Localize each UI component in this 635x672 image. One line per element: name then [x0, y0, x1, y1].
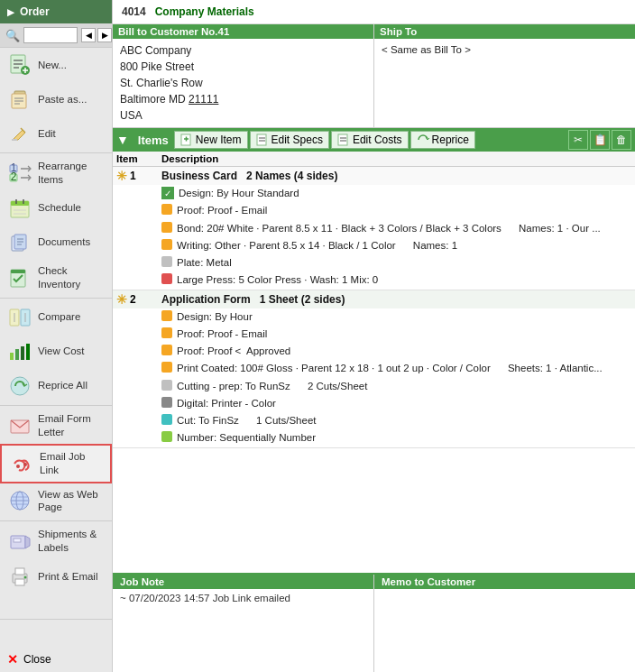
sidebar-item-email-link-label: Email Job Link	[40, 450, 103, 477]
sub-row-1-5: Plate: Metal	[113, 254, 635, 272]
job-note-panel: Job Note ~ 07/20/2023 14:57 Job Link ema…	[113, 575, 374, 672]
sidebar-header: ▶ Order	[0, 0, 112, 23]
sub-row-2-8: Number: Sequentially Number	[113, 429, 635, 446]
sidebar-item-print[interactable]: Print & Email	[0, 559, 112, 594]
svg-point-44	[16, 465, 20, 468]
sidebar-item-paste[interactable]: Paste as...	[0, 82, 112, 116]
bottom-panels: Job Note ~ 07/20/2023 14:57 Job Link ema…	[113, 573, 635, 672]
sidebar-item-compare-label: Compare	[38, 310, 80, 324]
web-icon	[7, 488, 32, 513]
color-dot-1-2	[161, 204, 172, 215]
edit-costs-button[interactable]: Edit Costs	[331, 131, 409, 149]
edit-costs-icon	[337, 133, 350, 146]
edit-specs-icon	[256, 133, 269, 146]
search-icon: 🔍	[5, 29, 20, 42]
star-icon-2: ✳	[116, 292, 127, 307]
sidebar-item-view-web-label: View as Web Page	[38, 488, 105, 515]
toolbar-icon-1[interactable]: ✂	[568, 130, 588, 150]
edit-specs-label: Edit Specs	[271, 133, 323, 146]
svg-rect-41	[26, 344, 30, 360]
color-dot-2-6	[161, 397, 172, 408]
reprice-button[interactable]: Reprice	[410, 131, 475, 149]
nav-next-button[interactable]: ▶	[97, 28, 112, 42]
edit-costs-label: Edit Costs	[353, 133, 402, 146]
sub-text-2-6: Digital: Printer - Color	[177, 396, 631, 411]
triangle-icon: ▶	[7, 7, 14, 17]
item-title-1: Business Card 2 Names (4 sides)	[161, 170, 631, 182]
sub-row-2-5: Cutting - prep: To RunSz 2 Cuts/Sheet	[113, 378, 635, 395]
sidebar-item-email-form[interactable]: Email Form Letter	[0, 408, 112, 444]
toolbar-arrow[interactable]: ▼	[116, 133, 129, 147]
sub-text-2-2: Proof: Proof - Email	[177, 327, 631, 342]
new-item-label: New Item	[196, 133, 242, 146]
sub-text-1-2: Proof: Proof - Email	[177, 203, 631, 218]
sub-row-1-3: Bond: 20# White · Parent 8.5 x 11 · Blac…	[113, 220, 635, 237]
main-content: 4014 Company Materials Bill to Customer …	[113, 0, 635, 672]
sub-row-2-2: Proof: Proof - Email	[113, 326, 635, 343]
sub-text-2-7: Cut: To FinSz 1 Cuts/Sheet	[177, 413, 631, 428]
rearrange-icon: 12	[7, 161, 32, 186]
new-icon	[7, 52, 32, 78]
edit-specs-button[interactable]: Edit Specs	[250, 131, 329, 149]
sidebar-close-label: Close	[23, 653, 51, 666]
reprice-icon	[7, 373, 32, 399]
bill-to-header: Bill to Customer No.41	[113, 24, 373, 39]
item-row-2[interactable]: ✳ 2 Application Form 1 Sheet (2 sides)	[113, 290, 635, 308]
sidebar: ▶ Order 🔍 ◀ ▶ New... Paste as... Edit 12	[0, 0, 113, 672]
sidebar-item-new[interactable]: New...	[0, 48, 112, 82]
sidebar-item-documents[interactable]: Documents	[0, 226, 112, 260]
memo-content[interactable]	[374, 589, 635, 672]
nav-prev-button[interactable]: ◀	[81, 28, 96, 42]
sidebar-item-rearrange-label: Rearrange Items	[38, 160, 105, 187]
sidebar-search-row: 🔍 ◀ ▶	[0, 23, 112, 48]
sub-row-1-1: ✓ Design: By Hour Standard	[113, 185, 635, 202]
sidebar-item-rearrange[interactable]: 12 Rearrange Items	[0, 155, 112, 191]
toolbar-icon-3[interactable]: 🗑	[612, 130, 631, 150]
svg-rect-38	[10, 353, 14, 360]
color-dot-2-7	[161, 414, 172, 425]
svg-rect-40	[21, 346, 24, 360]
color-dot-2-8	[161, 431, 172, 442]
svg-point-57	[24, 576, 27, 579]
job-note-content[interactable]: ~ 07/20/2023 14:57 Job Link emailed	[113, 589, 373, 672]
svg-rect-55	[15, 568, 24, 575]
new-item-icon	[180, 133, 193, 146]
search-input[interactable]	[23, 27, 78, 43]
color-dot-1-4	[161, 239, 172, 250]
check-box-1-1: ✓	[161, 187, 174, 199]
col-item-header: Item	[116, 153, 161, 164]
color-dot-2-5	[161, 380, 172, 391]
item-group-1: ✳ 1 Business Card 2 Names (4 sides) ✓ De…	[113, 167, 635, 290]
sidebar-item-check-inventory[interactable]: Check Inventory	[0, 260, 112, 296]
toolbar-icon-2[interactable]: 📋	[590, 130, 610, 150]
item-row-1[interactable]: ✳ 1 Business Card 2 Names (4 sides)	[113, 167, 635, 185]
svg-rect-64	[338, 134, 347, 145]
reprice-label: Reprice	[432, 133, 469, 146]
sidebar-item-edit[interactable]: Edit	[0, 116, 112, 151]
new-item-button[interactable]: New Item	[174, 131, 248, 149]
address-line-2: 800 Pike Street	[120, 59, 366, 75]
table-header: Item Description	[113, 152, 635, 167]
sub-row-1-4: Writing: Other · Parent 8.5 x 14 · Black…	[113, 237, 635, 254]
sub-row-2-7: Cut: To FinSz 1 Cuts/Sheet	[113, 412, 635, 429]
svg-rect-33	[11, 270, 25, 273]
item-title-2: Application Form 1 Sheet (2 sides)	[161, 293, 631, 306]
address-line-3: St. Charlie's Row	[120, 75, 366, 91]
sidebar-item-schedule[interactable]: Schedule	[0, 191, 112, 226]
sidebar-title: Order	[20, 5, 50, 18]
memo-panel: Memo to Customer	[374, 575, 635, 672]
sidebar-item-view-web[interactable]: View as Web Page	[0, 483, 112, 520]
col-desc-header: Description	[161, 153, 631, 164]
sidebar-item-shipments[interactable]: Shipments & Labels	[0, 523, 112, 559]
sub-text-1-6: Large Press: 5 Color Press · Wash: 1 Mix…	[177, 272, 631, 288]
sub-text-2-5: Cutting - prep: To RunSz 2 Cuts/Sheet	[177, 379, 631, 394]
viewcost-icon	[7, 339, 32, 364]
sidebar-item-close[interactable]: ✕ Close	[0, 647, 112, 672]
sidebar-item-reprice-all[interactable]: Reprice All	[0, 369, 112, 403]
sidebar-item-email-form-label: Email Form Letter	[38, 412, 105, 439]
sidebar-item-view-cost[interactable]: View Cost	[0, 335, 112, 369]
sidebar-item-compare[interactable]: Compare	[0, 300, 112, 335]
svg-rect-61	[257, 134, 266, 145]
sub-text-1-4: Writing: Other · Parent 8.5 x 14 · Black…	[177, 238, 631, 253]
sidebar-item-email-link[interactable]: Email Job Link	[0, 444, 112, 483]
